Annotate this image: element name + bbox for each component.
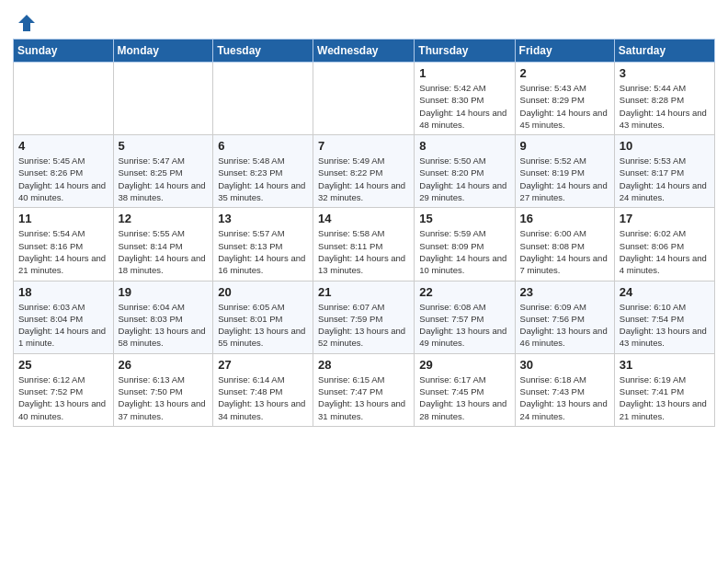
day-number: 25: [18, 358, 108, 372]
day-info: Sunrise: 5:43 AM Sunset: 8:29 PM Dayligh…: [520, 82, 609, 131]
day-info: Sunrise: 6:03 AM Sunset: 8:04 PM Dayligh…: [18, 301, 108, 350]
svg-marker-0: [18, 15, 35, 31]
day-info: Sunrise: 5:58 AM Sunset: 8:11 PM Dayligh…: [318, 227, 409, 276]
day-number: 11: [18, 212, 108, 225]
calendar-cell: 2Sunrise: 5:43 AM Sunset: 8:29 PM Daylig…: [515, 63, 614, 135]
day-number: 2: [520, 66, 609, 80]
day-number: 12: [119, 212, 209, 225]
calendar-table: Sunday Monday Tuesday Wednesday Thursday…: [13, 39, 715, 427]
calendar-cell: 3Sunrise: 5:44 AM Sunset: 8:28 PM Daylig…: [614, 63, 714, 135]
day-number: 30: [520, 358, 609, 372]
weekday-thursday: Thursday: [415, 40, 515, 63]
day-info: Sunrise: 5:42 AM Sunset: 8:30 PM Dayligh…: [419, 82, 509, 131]
calendar-week-4: 25Sunrise: 6:12 AM Sunset: 7:52 PM Dayli…: [14, 353, 715, 426]
day-number: 8: [419, 139, 509, 153]
calendar-cell: 18Sunrise: 6:03 AM Sunset: 8:04 PM Dayli…: [14, 281, 114, 353]
weekday-friday: Friday: [515, 40, 614, 63]
logo-text: [15, 13, 37, 33]
day-info: Sunrise: 5:54 AM Sunset: 8:16 PM Dayligh…: [18, 227, 108, 276]
calendar-cell: 26Sunrise: 6:13 AM Sunset: 7:50 PM Dayli…: [113, 353, 213, 426]
weekday-row: Sunday Monday Tuesday Wednesday Thursday…: [14, 40, 715, 63]
calendar-cell: 30Sunrise: 6:18 AM Sunset: 7:43 PM Dayli…: [515, 353, 614, 426]
day-number: 1: [419, 66, 509, 80]
calendar-cell: [14, 63, 114, 135]
calendar-cell: 17Sunrise: 6:02 AM Sunset: 8:06 PM Dayli…: [614, 208, 714, 281]
day-number: 5: [119, 139, 209, 153]
calendar-cell: 11Sunrise: 5:54 AM Sunset: 8:16 PM Dayli…: [14, 208, 114, 281]
calendar-week-1: 4Sunrise: 5:45 AM Sunset: 8:26 PM Daylig…: [14, 135, 715, 208]
logo-icon: [17, 13, 37, 33]
calendar-cell: 24Sunrise: 6:10 AM Sunset: 7:54 PM Dayli…: [614, 281, 714, 353]
day-number: 21: [318, 285, 409, 299]
day-number: 18: [18, 285, 108, 299]
calendar-cell: 23Sunrise: 6:09 AM Sunset: 7:56 PM Dayli…: [515, 281, 614, 353]
calendar-week-0: 1Sunrise: 5:42 AM Sunset: 8:30 PM Daylig…: [14, 63, 715, 135]
day-number: 26: [119, 358, 209, 372]
day-number: 17: [620, 212, 710, 225]
calendar-cell: 14Sunrise: 5:58 AM Sunset: 8:11 PM Dayli…: [313, 208, 415, 281]
calendar-cell: 28Sunrise: 6:15 AM Sunset: 7:47 PM Dayli…: [313, 353, 415, 426]
calendar-cell: 19Sunrise: 6:04 AM Sunset: 8:03 PM Dayli…: [113, 281, 213, 353]
calendar-cell: 27Sunrise: 6:14 AM Sunset: 7:48 PM Dayli…: [213, 353, 313, 426]
calendar-container: Sunday Monday Tuesday Wednesday Thursday…: [0, 39, 728, 427]
day-number: 10: [620, 139, 710, 153]
calendar-header: Sunday Monday Tuesday Wednesday Thursday…: [14, 40, 715, 63]
weekday-monday: Monday: [113, 40, 213, 63]
day-info: Sunrise: 5:59 AM Sunset: 8:09 PM Dayligh…: [419, 227, 509, 276]
calendar-cell: [113, 63, 213, 135]
weekday-wednesday: Wednesday: [313, 40, 415, 63]
day-info: Sunrise: 6:19 AM Sunset: 7:41 PM Dayligh…: [620, 373, 710, 422]
day-number: 16: [520, 212, 609, 225]
day-number: 4: [18, 139, 108, 153]
day-info: Sunrise: 6:15 AM Sunset: 7:47 PM Dayligh…: [318, 373, 409, 422]
calendar-cell: 21Sunrise: 6:07 AM Sunset: 7:59 PM Dayli…: [313, 281, 415, 353]
calendar-cell: 6Sunrise: 5:48 AM Sunset: 8:23 PM Daylig…: [213, 135, 313, 208]
day-info: Sunrise: 5:48 AM Sunset: 8:23 PM Dayligh…: [218, 155, 308, 203]
calendar-cell: 8Sunrise: 5:50 AM Sunset: 8:20 PM Daylig…: [415, 135, 515, 208]
calendar-cell: 13Sunrise: 5:57 AM Sunset: 8:13 PM Dayli…: [213, 208, 313, 281]
header: [0, 0, 728, 39]
day-info: Sunrise: 6:09 AM Sunset: 7:56 PM Dayligh…: [520, 301, 609, 350]
day-number: 27: [218, 358, 308, 372]
calendar-cell: 20Sunrise: 6:05 AM Sunset: 8:01 PM Dayli…: [213, 281, 313, 353]
calendar-cell: 5Sunrise: 5:47 AM Sunset: 8:25 PM Daylig…: [113, 135, 213, 208]
day-number: 13: [218, 212, 308, 225]
day-info: Sunrise: 6:07 AM Sunset: 7:59 PM Dayligh…: [318, 301, 409, 350]
day-number: 31: [620, 358, 710, 372]
weekday-tuesday: Tuesday: [213, 40, 313, 63]
day-number: 19: [119, 285, 209, 299]
calendar-cell: 1Sunrise: 5:42 AM Sunset: 8:30 PM Daylig…: [415, 63, 515, 135]
day-info: Sunrise: 6:14 AM Sunset: 7:48 PM Dayligh…: [218, 373, 308, 422]
day-info: Sunrise: 6:12 AM Sunset: 7:52 PM Dayligh…: [18, 373, 108, 422]
day-info: Sunrise: 5:45 AM Sunset: 8:26 PM Dayligh…: [18, 155, 108, 203]
calendar-week-2: 11Sunrise: 5:54 AM Sunset: 8:16 PM Dayli…: [14, 208, 715, 281]
day-number: 7: [318, 139, 409, 153]
day-number: 3: [620, 66, 710, 80]
day-info: Sunrise: 6:08 AM Sunset: 7:57 PM Dayligh…: [419, 301, 509, 350]
day-info: Sunrise: 6:00 AM Sunset: 8:08 PM Dayligh…: [520, 227, 609, 276]
calendar-week-3: 18Sunrise: 6:03 AM Sunset: 8:04 PM Dayli…: [14, 281, 715, 353]
calendar-cell: 29Sunrise: 6:17 AM Sunset: 7:45 PM Dayli…: [415, 353, 515, 426]
calendar-cell: 10Sunrise: 5:53 AM Sunset: 8:17 PM Dayli…: [614, 135, 714, 208]
day-info: Sunrise: 6:17 AM Sunset: 7:45 PM Dayligh…: [419, 373, 509, 422]
day-info: Sunrise: 5:55 AM Sunset: 8:14 PM Dayligh…: [119, 227, 209, 276]
day-number: 6: [218, 139, 308, 153]
calendar-cell: 16Sunrise: 6:00 AM Sunset: 8:08 PM Dayli…: [515, 208, 614, 281]
day-info: Sunrise: 6:18 AM Sunset: 7:43 PM Dayligh…: [520, 373, 609, 422]
day-info: Sunrise: 5:47 AM Sunset: 8:25 PM Dayligh…: [119, 155, 209, 203]
weekday-saturday: Saturday: [614, 40, 714, 63]
day-info: Sunrise: 6:10 AM Sunset: 7:54 PM Dayligh…: [620, 301, 710, 350]
calendar-cell: 12Sunrise: 5:55 AM Sunset: 8:14 PM Dayli…: [113, 208, 213, 281]
day-number: 29: [419, 358, 509, 372]
day-number: 9: [520, 139, 609, 153]
day-number: 28: [318, 358, 409, 372]
day-info: Sunrise: 5:50 AM Sunset: 8:20 PM Dayligh…: [419, 155, 509, 203]
calendar-cell: 15Sunrise: 5:59 AM Sunset: 8:09 PM Dayli…: [415, 208, 515, 281]
day-number: 20: [218, 285, 308, 299]
day-info: Sunrise: 5:49 AM Sunset: 8:22 PM Dayligh…: [318, 155, 409, 203]
day-info: Sunrise: 5:53 AM Sunset: 8:17 PM Dayligh…: [620, 155, 710, 203]
day-info: Sunrise: 5:52 AM Sunset: 8:19 PM Dayligh…: [520, 155, 609, 203]
calendar-cell: [213, 63, 313, 135]
logo-area: [15, 13, 37, 33]
calendar-cell: 25Sunrise: 6:12 AM Sunset: 7:52 PM Dayli…: [14, 353, 114, 426]
